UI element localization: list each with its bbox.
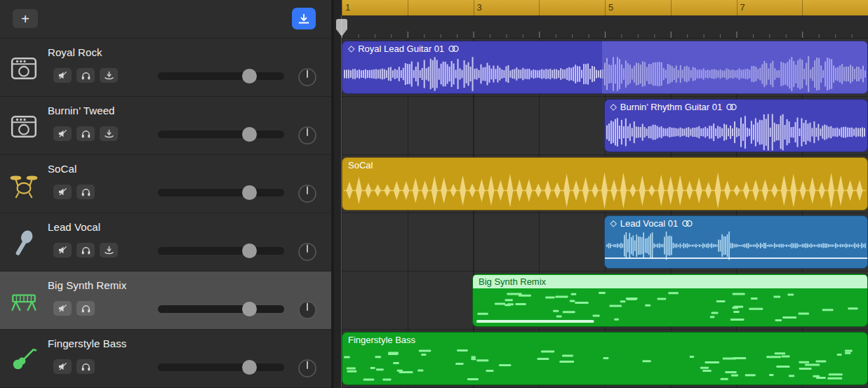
solo-button[interactable]: [76, 126, 95, 141]
volume-slider[interactable]: [158, 72, 284, 80]
track-row-fingerstyle-bass[interactable]: Fingerstyle Bass: [0, 330, 331, 388]
measure-separator: [802, 0, 803, 15]
track-buttons: [53, 68, 118, 83]
mute-button[interactable]: [53, 185, 72, 199]
region-waveform: [606, 229, 867, 268]
garageband-tracks-view: + Royal Rock Burnin’ Tweed: [0, 0, 868, 388]
region-burnin-rhythm-guitar-01[interactable]: ◇ Burnin’ Rhythm Guitar 01: [604, 99, 868, 152]
pan-knob-icon: [298, 300, 317, 320]
solo-button[interactable]: [76, 243, 95, 257]
pan-knob[interactable]: [298, 184, 317, 203]
measure-separator: [342, 0, 342, 15]
pan-knob-icon: [298, 126, 317, 145]
measure-separator: [671, 0, 672, 15]
solo-button[interactable]: [76, 359, 95, 374]
monitor-button[interactable]: [100, 126, 118, 141]
stereo-icon: [726, 103, 737, 111]
mute-button[interactable]: [53, 359, 72, 374]
region-label: Burnin’ Rhythm Guitar 01: [620, 102, 722, 112]
ruler-measure-label: 1: [345, 2, 350, 13]
volume-slider[interactable]: [158, 363, 284, 371]
volume-slider-handle[interactable]: [242, 185, 257, 200]
add-track-button[interactable]: +: [13, 9, 38, 28]
ruler-measure-label: 7: [740, 2, 745, 13]
track-buttons: [53, 301, 95, 316]
flex-icon: ◇: [610, 219, 617, 227]
pan-knob-icon: [298, 184, 317, 203]
pan-knob[interactable]: [298, 126, 317, 145]
stereo-icon: [681, 220, 693, 227]
solo-button[interactable]: [76, 301, 95, 316]
track-name: SoCal: [48, 163, 76, 175]
volume-slider-handle[interactable]: [242, 302, 257, 316]
pan-knob-icon: [298, 359, 317, 378]
catch-playhead-button[interactable]: [292, 8, 316, 29]
pan-knob-icon: [298, 67, 317, 87]
mute-button[interactable]: [53, 126, 72, 141]
track-row-lead-vocal[interactable]: Lead Vocal: [0, 213, 331, 272]
region-label: Fingerstyle Bass: [348, 335, 415, 345]
measure-separator: [539, 0, 540, 15]
flex-icon: ◇: [610, 102, 617, 111]
volume-slider[interactable]: [158, 189, 284, 196]
mute-button[interactable]: [53, 243, 72, 257]
monitor-button[interactable]: [100, 243, 118, 257]
catch-playhead-icon: [297, 12, 311, 26]
track-lanes: ◇ Royal Lead Guitar 01 ◇ Burnin’ Rhythm …: [342, 39, 868, 388]
amp-icon: [6, 51, 42, 85]
timeline-panel: 1357 ◇ Royal Lead Guitar 01 ◇ Burnin’ Rh…: [334, 0, 868, 388]
volume-slider-handle[interactable]: [242, 243, 257, 258]
track-buttons: [53, 126, 118, 141]
track-name: Lead Vocal: [48, 221, 100, 233]
timeline-content: 1357 ◇ Royal Lead Guitar 01 ◇ Burnin’ Rh…: [342, 0, 868, 388]
track-row-big-synth-remix[interactable]: Big Synth Remix: [0, 272, 331, 330]
volume-slider-handle[interactable]: [242, 69, 257, 83]
track-list: Royal Rock Burnin’ Tweed SoCal: [0, 39, 331, 388]
automation-line: [605, 257, 868, 259]
region-label: Royal Lead Guitar 01: [358, 44, 444, 54]
track-row-royal-rock[interactable]: Royal Rock: [0, 39, 331, 97]
region-waveform: [606, 113, 867, 152]
region-fingerstyle-bass[interactable]: Fingerstyle Bass: [342, 332, 868, 385]
beat-tick-strip: [342, 15, 868, 39]
volume-slider-handle[interactable]: [242, 360, 257, 375]
pan-knob[interactable]: [298, 300, 317, 320]
region-big-synth-remix[interactable]: Big Synth Remix: [472, 274, 868, 327]
beat-ticks: [342, 15, 868, 39]
monitor-button[interactable]: [100, 68, 118, 83]
ruler-measure-label: 3: [477, 2, 482, 13]
region-label: SoCal: [348, 160, 373, 170]
volume-slider[interactable]: [158, 131, 284, 138]
track-panel-header: +: [0, 0, 331, 39]
keyboard-icon: [6, 284, 42, 318]
solo-button[interactable]: [76, 68, 95, 83]
mute-button[interactable]: [53, 68, 72, 83]
track-name: Fingerstyle Bass: [48, 337, 126, 349]
pan-knob[interactable]: [298, 359, 317, 378]
measure-separator: [605, 0, 606, 15]
track-header-panel: + Royal Rock Burnin’ Tweed: [0, 0, 334, 388]
timeline-ruler[interactable]: 1357: [342, 0, 868, 15]
region-waveform: [474, 288, 866, 326]
region-label: Lead Vocal 01: [620, 218, 678, 229]
pan-knob[interactable]: [298, 67, 317, 87]
region-header: ◇ Lead Vocal 01: [610, 217, 694, 229]
track-buttons: [53, 243, 118, 257]
ruler-measure-label: 5: [608, 2, 613, 13]
volume-slider[interactable]: [158, 305, 284, 313]
track-row-burnin-tweed[interactable]: Burnin’ Tweed: [0, 97, 331, 155]
pan-knob[interactable]: [298, 242, 317, 262]
region-royal-lead-guitar-01[interactable]: ◇ Royal Lead Guitar 01: [342, 41, 868, 94]
track-name: Royal Rock: [48, 46, 102, 58]
volume-slider[interactable]: [158, 247, 284, 255]
mic-icon: [6, 226, 42, 260]
volume-slider-handle[interactable]: [242, 127, 257, 142]
region-lead-vocal-01[interactable]: ◇ Lead Vocal 01: [604, 215, 868, 269]
solo-button[interactable]: [76, 185, 95, 199]
mute-button[interactable]: [53, 301, 72, 316]
bass-icon: [6, 342, 42, 376]
pan-knob-icon: [298, 242, 317, 262]
region-socal[interactable]: SoCal: [342, 157, 868, 210]
track-row-socal[interactable]: SoCal: [0, 155, 331, 213]
flex-icon: ◇: [348, 44, 354, 53]
